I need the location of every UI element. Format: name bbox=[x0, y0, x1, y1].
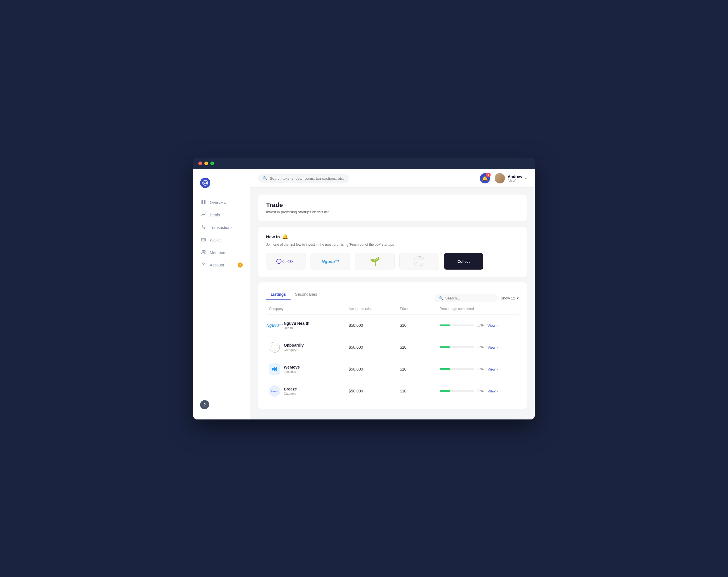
svg-point-9 bbox=[203, 263, 204, 265]
view-button[interactable]: View › bbox=[488, 367, 516, 372]
col-percentage: Percentage completed bbox=[440, 307, 488, 311]
svg-rect-3 bbox=[202, 202, 203, 204]
seedfi-icon: 🌱 bbox=[370, 257, 380, 266]
app-logo-icon bbox=[200, 178, 210, 188]
startup-logo-collect[interactable]: Collect bbox=[444, 253, 484, 270]
sidebar-item-members[interactable]: Members bbox=[197, 247, 247, 258]
new-in-title: New In bbox=[266, 234, 280, 239]
header-right: 🔔 4 Andrew (User) ▾ bbox=[480, 173, 527, 184]
notification-badge: 4 bbox=[486, 173, 491, 177]
collect-brand-text: Collect bbox=[457, 259, 470, 264]
price-value: $10 bbox=[400, 367, 440, 372]
sidebar-item-overview[interactable]: Overview bbox=[197, 196, 247, 209]
progress-cell: 30% bbox=[440, 323, 488, 327]
table-row: Onboardly Category $50,000 $10 30% bbox=[266, 336, 519, 358]
company-info: Onboardly Category bbox=[284, 343, 304, 352]
search-input[interactable] bbox=[270, 176, 345, 181]
new-in-emoji: 🔔 bbox=[282, 233, 288, 240]
sidebar-logo bbox=[193, 175, 250, 196]
startup-logo-nguvu[interactable]: Nguvu™ bbox=[311, 253, 350, 270]
search-bar[interactable]: 🔍 bbox=[258, 174, 349, 183]
notifications-button[interactable]: 🔔 4 bbox=[480, 173, 490, 184]
view-button[interactable]: View › bbox=[488, 389, 516, 393]
search-icon: 🔍 bbox=[439, 296, 443, 300]
table-row: WeMove Logistics $50,000 $10 30% bbox=[266, 358, 519, 380]
company-category: Logistics bbox=[284, 370, 300, 374]
view-button[interactable]: View › bbox=[488, 323, 516, 328]
sidebar-item-transactions[interactable]: Transactions bbox=[197, 222, 247, 233]
user-menu[interactable]: Andrew (User) ▾ bbox=[495, 173, 527, 184]
company-category: Category bbox=[284, 348, 304, 352]
maximize-button[interactable] bbox=[210, 162, 214, 165]
price-value: $10 bbox=[400, 323, 440, 328]
amount-value: $50,000 bbox=[348, 323, 400, 328]
startup-logo-onboardly[interactable] bbox=[399, 253, 439, 270]
svg-point-7 bbox=[202, 250, 204, 252]
company-name: Onboardly bbox=[284, 343, 304, 348]
progress-bar-bg bbox=[440, 347, 474, 348]
sidebar: Overview Deals bbox=[193, 169, 250, 419]
minimize-button[interactable] bbox=[204, 162, 208, 165]
browser-titlebar bbox=[193, 158, 535, 169]
svg-text:quidax: quidax bbox=[282, 259, 293, 263]
sidebar-nav: Overview Deals bbox=[193, 196, 250, 395]
show-count-selector[interactable]: Show 12 ▾ bbox=[501, 296, 519, 300]
sidebar-item-wallet[interactable]: Wallet bbox=[197, 234, 247, 246]
listings-search[interactable]: 🔍 bbox=[435, 294, 497, 302]
progress-bar-fill bbox=[440, 347, 450, 348]
deals-icon bbox=[201, 212, 206, 218]
progress-percentage: 30% bbox=[477, 323, 484, 327]
members-icon bbox=[201, 250, 206, 255]
trade-subtitle: Invest in promising startups on this lis… bbox=[266, 210, 519, 214]
close-button[interactable] bbox=[198, 162, 202, 165]
avatar bbox=[495, 173, 505, 184]
tab-listings[interactable]: Listings bbox=[266, 289, 291, 300]
company-name: Nguvu Health bbox=[284, 321, 309, 326]
svg-rect-4 bbox=[204, 202, 206, 204]
company-category: Category bbox=[284, 392, 297, 395]
progress-cell: 30% bbox=[440, 367, 488, 371]
startup-logo-seedfi[interactable]: 🌱 bbox=[355, 253, 395, 270]
listings-controls: 🔍 Show 12 ▾ bbox=[435, 294, 519, 302]
svg-point-10 bbox=[277, 259, 281, 264]
account-icon bbox=[201, 262, 206, 268]
company-name: WeMove bbox=[284, 365, 300, 369]
startup-logo-quidax[interactable]: quidax bbox=[266, 253, 306, 270]
company-cell: breeze. Breeze Category bbox=[269, 385, 348, 397]
progress-bar-fill bbox=[440, 325, 450, 326]
view-button[interactable]: View › bbox=[488, 345, 516, 350]
company-info: WeMove Logistics bbox=[284, 365, 300, 374]
company-cell: Onboardly Category bbox=[269, 341, 348, 353]
wallet-label: Wallet bbox=[210, 238, 220, 242]
progress-percentage: 30% bbox=[477, 389, 484, 393]
company-logo-onboardly bbox=[269, 341, 280, 353]
progress-bar-bg bbox=[440, 368, 474, 370]
col-amount: Amount to raise bbox=[348, 307, 400, 311]
company-cell: Nguvu™ Nguvu Health Health bbox=[269, 320, 348, 331]
deals-label: Deals bbox=[210, 213, 220, 217]
account-badge: 1 bbox=[238, 263, 243, 268]
col-price: Price bbox=[400, 307, 440, 311]
amount-value: $50,000 bbox=[348, 345, 400, 350]
col-action bbox=[488, 307, 516, 311]
user-details: Andrew (User) bbox=[508, 174, 522, 182]
tab-secondaries[interactable]: Secondaries bbox=[291, 289, 322, 300]
listings-tabs: Listings Secondaries bbox=[266, 289, 322, 300]
startup-logos-list: quidax Nguvu™ 🌱 bbox=[266, 253, 519, 270]
svg-point-8 bbox=[204, 250, 206, 252]
user-role: (User) bbox=[508, 179, 522, 182]
progress-percentage: 30% bbox=[477, 367, 484, 371]
price-value: $10 bbox=[400, 345, 440, 350]
progress-bar-bg bbox=[440, 325, 474, 326]
help-button[interactable]: ? bbox=[200, 400, 209, 409]
amount-value: $50,000 bbox=[348, 367, 400, 372]
sidebar-item-account[interactable]: Account 1 bbox=[197, 259, 247, 271]
col-company: Company bbox=[269, 307, 348, 311]
progress-percentage: 30% bbox=[477, 345, 484, 349]
onboardly-inner bbox=[271, 344, 278, 351]
company-logo-breeze: breeze. bbox=[269, 385, 280, 397]
listings-search-input[interactable] bbox=[445, 296, 493, 300]
transactions-label: Transactions bbox=[210, 225, 233, 230]
sidebar-item-deals[interactable]: Deals bbox=[197, 209, 247, 221]
progress-bar-fill bbox=[440, 368, 450, 370]
